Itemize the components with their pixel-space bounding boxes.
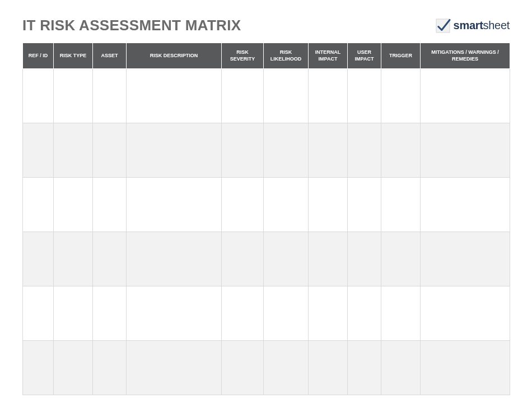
table-cell[interactable] bbox=[222, 178, 264, 232]
table-cell[interactable] bbox=[381, 123, 421, 178]
table-cell[interactable] bbox=[222, 286, 264, 341]
table-cell[interactable] bbox=[421, 178, 510, 232]
col-header-asset: ASSET bbox=[93, 43, 127, 69]
table-cell[interactable] bbox=[348, 286, 381, 341]
smartsheet-logo: smartsheet bbox=[435, 17, 510, 34]
table-header-row: REF / ID RISK TYPE ASSET RISK DESCRIPTIO… bbox=[23, 43, 510, 69]
col-header-risk-description: RISK DESCRIPTION bbox=[127, 43, 222, 69]
risk-matrix-table: REF / ID RISK TYPE ASSET RISK DESCRIPTIO… bbox=[22, 43, 510, 395]
table-cell[interactable] bbox=[93, 123, 127, 178]
table-cell[interactable] bbox=[309, 341, 348, 395]
col-header-risk-type: RISK TYPE bbox=[54, 43, 93, 69]
col-header-trigger: TRIGGER bbox=[381, 43, 421, 69]
table-cell[interactable] bbox=[23, 178, 54, 232]
table-cell[interactable] bbox=[127, 69, 222, 123]
table-cell[interactable] bbox=[264, 69, 309, 123]
table-row bbox=[23, 178, 510, 232]
table-cell[interactable] bbox=[309, 178, 348, 232]
table-cell[interactable] bbox=[222, 123, 264, 178]
logo-brand-light: sheet bbox=[483, 19, 510, 31]
col-header-risk-severity: RISK SEVERITY bbox=[222, 43, 264, 69]
table-cell[interactable] bbox=[348, 69, 381, 123]
header: IT RISK ASSESSMENT MATRIX smartsheet bbox=[22, 17, 510, 34]
table-cell[interactable] bbox=[421, 341, 510, 395]
table-cell[interactable] bbox=[264, 232, 309, 286]
table-cell[interactable] bbox=[93, 69, 127, 123]
table-cell[interactable] bbox=[421, 232, 510, 286]
table-cell[interactable] bbox=[381, 286, 421, 341]
table-cell[interactable] bbox=[54, 232, 93, 286]
table-cell[interactable] bbox=[93, 286, 127, 341]
logo-brand-bold: smart bbox=[454, 19, 483, 31]
table-cell[interactable] bbox=[381, 69, 421, 123]
table-cell[interactable] bbox=[381, 341, 421, 395]
table-cell[interactable] bbox=[23, 341, 54, 395]
table-cell[interactable] bbox=[93, 341, 127, 395]
table-cell[interactable] bbox=[264, 123, 309, 178]
table-cell[interactable] bbox=[23, 123, 54, 178]
svg-rect-0 bbox=[436, 19, 450, 33]
table-cell[interactable] bbox=[421, 286, 510, 341]
table-cell[interactable] bbox=[222, 232, 264, 286]
table-cell[interactable] bbox=[309, 69, 348, 123]
table-cell[interactable] bbox=[93, 178, 127, 232]
table-cell[interactable] bbox=[348, 232, 381, 286]
table-cell[interactable] bbox=[381, 232, 421, 286]
table-cell[interactable] bbox=[348, 178, 381, 232]
col-header-ref: REF / ID bbox=[23, 43, 54, 69]
table-cell[interactable] bbox=[222, 341, 264, 395]
table-cell[interactable] bbox=[309, 286, 348, 341]
col-header-user-impact: USER IMPACT bbox=[348, 43, 381, 69]
table-row bbox=[23, 232, 510, 286]
table-cell[interactable] bbox=[127, 123, 222, 178]
table-cell[interactable] bbox=[54, 69, 93, 123]
table-cell[interactable] bbox=[127, 232, 222, 286]
table-cell[interactable] bbox=[348, 341, 381, 395]
table-row bbox=[23, 286, 510, 341]
table-cell[interactable] bbox=[23, 69, 54, 123]
page-title: IT RISK ASSESSMENT MATRIX bbox=[22, 17, 241, 34]
table-cell[interactable] bbox=[54, 178, 93, 232]
table-cell[interactable] bbox=[127, 341, 222, 395]
table-cell[interactable] bbox=[54, 286, 93, 341]
table-cell[interactable] bbox=[127, 286, 222, 341]
table-cell[interactable] bbox=[54, 123, 93, 178]
table-cell[interactable] bbox=[381, 178, 421, 232]
logo-text: smartsheet bbox=[454, 19, 510, 32]
table-cell[interactable] bbox=[23, 232, 54, 286]
table-row bbox=[23, 341, 510, 395]
col-header-risk-likelihood: RISK LIKELIHOOD bbox=[264, 43, 309, 69]
table-cell[interactable] bbox=[23, 286, 54, 341]
table-cell[interactable] bbox=[264, 178, 309, 232]
table-cell[interactable] bbox=[93, 232, 127, 286]
col-header-internal-impact: INTERNAL IMPACT bbox=[309, 43, 348, 69]
table-cell[interactable] bbox=[264, 286, 309, 341]
table-cell[interactable] bbox=[127, 178, 222, 232]
table-row bbox=[23, 123, 510, 178]
table-cell[interactable] bbox=[421, 69, 510, 123]
table-cell[interactable] bbox=[222, 69, 264, 123]
checkmark-icon bbox=[435, 17, 451, 34]
table-cell[interactable] bbox=[54, 341, 93, 395]
table-cell[interactable] bbox=[421, 123, 510, 178]
col-header-mitigations: MITIGATIONS / WARNINGS / REMEDIES bbox=[421, 43, 510, 69]
table-row bbox=[23, 69, 510, 123]
table-cell[interactable] bbox=[309, 232, 348, 286]
table-cell[interactable] bbox=[309, 123, 348, 178]
table-cell[interactable] bbox=[264, 341, 309, 395]
table-cell[interactable] bbox=[348, 123, 381, 178]
